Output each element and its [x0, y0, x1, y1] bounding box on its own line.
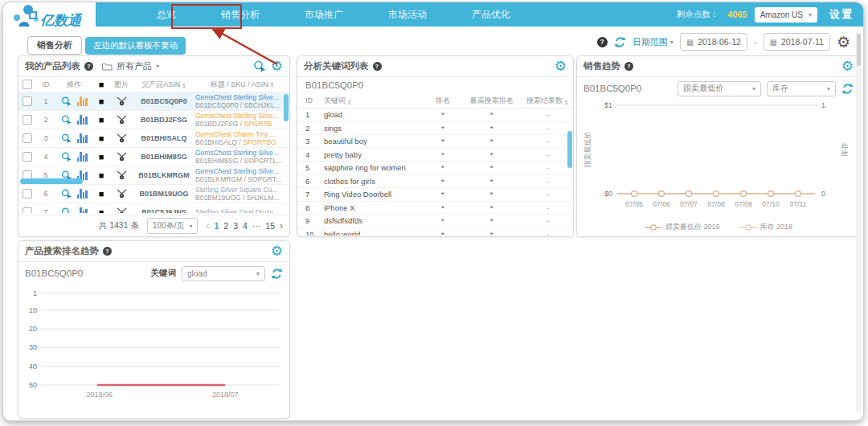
page-scrollbar[interactable] — [856, 31, 862, 412]
info-icon[interactable]: ? — [84, 62, 93, 71]
parent-asin[interactable]: B01BLKMRGM — [133, 171, 195, 179]
product-title[interactable]: GemsChest Charm Tiny ... — [195, 130, 289, 138]
keyword-cell[interactable]: pretty baby — [324, 150, 424, 159]
inspect-icon[interactable] — [61, 115, 72, 125]
date-range-dropdown[interactable]: 日期范围 ▾ — [633, 36, 674, 48]
nav-item-marketing[interactable]: 市场推广 — [282, 8, 366, 22]
row-checkbox[interactable] — [23, 189, 32, 199]
refresh-icon[interactable] — [614, 36, 626, 48]
chart-icon[interactable] — [77, 96, 88, 106]
inspect-icon[interactable] — [61, 207, 72, 214]
inspect-icon[interactable] — [61, 152, 72, 162]
product-title[interactable]: Sterling Silver Square Cu... — [195, 186, 289, 194]
col-keyword[interactable]: 关键词▲▼ — [324, 96, 424, 106]
chart-icon[interactable] — [77, 115, 88, 125]
keyword-select[interactable]: gload▾ — [182, 266, 265, 281]
product-title[interactable]: GemsChest Sterling Silve... — [195, 167, 289, 175]
page-number[interactable]: 15 — [265, 221, 275, 231]
settings-button[interactable]: 设置 — [829, 7, 854, 22]
nav-item-campaigns[interactable]: 市场活动 — [366, 8, 449, 22]
product-title[interactable]: GemsChest Sterling Silve... — [195, 93, 289, 101]
parent-asin[interactable]: B01BHIM8SG — [133, 153, 195, 161]
product-title[interactable]: GemsChest Sterling Silve... — [195, 149, 289, 157]
page-number[interactable]: ⋯ — [252, 221, 261, 231]
page-number[interactable]: 2 — [223, 221, 228, 231]
product-title[interactable]: GemsChest Sterling Silve... — [195, 112, 289, 120]
refresh-icon[interactable] — [841, 83, 854, 95]
table-row[interactable]: 4 ■ B01BHIM8SG GemsChest Sterling Silve.… — [18, 148, 289, 166]
vertical-scrollbar[interactable] — [284, 94, 289, 121]
page-number[interactable]: 1 — [214, 221, 219, 231]
inspect-icon[interactable] — [61, 189, 72, 199]
keyword-cell[interactable]: sings — [324, 124, 424, 133]
metric-select-price[interactable]: 跟卖最低价▾ — [678, 81, 761, 96]
tab-sales-analysis[interactable]: 销售分析 — [27, 36, 82, 55]
product-title[interactable]: Sterling Silver Oval Druzy ... — [195, 208, 289, 213]
page-number[interactable]: 3 — [233, 221, 238, 231]
prev-page-button[interactable]: ‹ — [206, 220, 209, 231]
gear-icon[interactable]: ⚙ — [555, 59, 567, 73]
gear-icon[interactable]: ⚙ — [271, 244, 283, 258]
legend-item[interactable]: 跟卖最低价 2018 — [645, 222, 720, 232]
col-results[interactable]: 搜索结果数▲▼ — [522, 96, 573, 106]
keyword-cell[interactable]: clothes for girls — [324, 177, 424, 186]
tab-default-board-note[interactable]: 左边的默认看板不要动 — [85, 37, 186, 55]
table-row[interactable]: 5 sapphire ring for women * * - — [297, 162, 573, 175]
metric-select-inventory[interactable]: 库存▾ — [767, 81, 836, 96]
page-size-select[interactable]: 100条/页 ▾ — [147, 218, 198, 234]
info-icon[interactable]: ? — [373, 62, 382, 71]
date-start-input[interactable]: ▦ 2018-06-12 — [680, 33, 747, 51]
table-row[interactable]: 1 ■ B01BC5Q0P0 GemsChest Sterling Silve.… — [18, 92, 289, 111]
row-checkbox[interactable] — [23, 207, 32, 213]
table-row[interactable]: 6 clothes for girls * * - — [297, 175, 573, 189]
next-page-button[interactable]: › — [280, 220, 283, 231]
gear-icon[interactable]: ⚙ — [271, 59, 283, 73]
table-row[interactable]: 10 hello world * * - — [297, 228, 573, 236]
gear-icon[interactable]: ⚙ — [837, 35, 850, 50]
row-checkbox[interactable] — [23, 152, 32, 162]
table-row[interactable]: 3 beautiful boy * * - — [297, 135, 573, 149]
col-title-sku-asin[interactable]: 标题 / SKU / ASIN▲▼ — [195, 80, 289, 88]
parent-asin[interactable]: B01BC5Q0P0 — [133, 97, 195, 105]
table-row[interactable]: 1 gload * * - — [297, 109, 573, 122]
table-row[interactable]: 7 Ring Video Doorbell * * - — [297, 188, 573, 202]
table-row[interactable]: 6 ■ B01BM19UOG Sterling Silver Square Cu… — [18, 185, 289, 203]
parent-asin[interactable]: B01BM19UOG — [133, 190, 195, 198]
inspect-icon[interactable] — [253, 60, 267, 73]
date-end-input[interactable]: ▦ 2018-07-11 — [764, 33, 830, 51]
table-row[interactable]: 4 pretty baby * * - — [297, 149, 573, 162]
select-all-checkbox[interactable] — [23, 80, 32, 89]
marketplace-select[interactable]: Amazon US ▾ — [755, 7, 817, 23]
table-row[interactable]: 9 dsfsdfsdfds * * - — [297, 215, 573, 228]
table-row[interactable]: 2 sings * * - — [297, 122, 573, 136]
table-row[interactable]: 7 ■ B01C5J9JNS Sterling Silver Oval Druz… — [18, 203, 289, 213]
row-checkbox[interactable] — [23, 133, 32, 143]
row-checkbox[interactable] — [23, 115, 32, 125]
row-checkbox[interactable] — [23, 96, 32, 106]
chart-icon[interactable] — [77, 152, 88, 162]
table-row[interactable]: 2 ■ B01BDJ2FSG GemsChest Sterling Silve.… — [18, 111, 289, 129]
parent-asin[interactable]: B01C5J9JNS — [133, 208, 195, 213]
inspect-icon[interactable] — [61, 96, 72, 107]
nav-item-product-opt[interactable]: 产品优化 — [449, 8, 533, 22]
keyword-cell[interactable]: gload — [324, 110, 424, 119]
info-icon[interactable]: ? — [103, 247, 112, 256]
keyword-cell[interactable]: beautiful boy — [324, 137, 424, 145]
keyword-cell[interactable]: sapphire ring for women — [324, 163, 424, 172]
chart-icon[interactable] — [77, 133, 88, 143]
col-parent-asin[interactable]: 父产品ASIN▲▼ — [133, 80, 195, 90]
chart-icon[interactable] — [77, 189, 88, 199]
keyword-cell[interactable]: dsfsdfsdfds — [324, 216, 424, 225]
keyword-cell[interactable]: iPhone X — [324, 203, 424, 212]
info-icon[interactable]: ? — [624, 62, 633, 71]
parent-asin[interactable]: B01BHISALQ — [133, 134, 195, 142]
vertical-scrollbar[interactable] — [567, 131, 572, 168]
col-id[interactable]: ID — [36, 80, 55, 88]
page-number[interactable]: 4 — [243, 221, 248, 231]
horizontal-scrollbar[interactable] — [20, 178, 83, 184]
table-row[interactable]: 3 ■ B01BHISALQ GemsChest Charm Tiny ... … — [18, 129, 289, 148]
keyword-cell[interactable]: Ring Video Doorbell — [324, 190, 424, 199]
inspect-icon[interactable] — [61, 133, 72, 144]
parent-asin[interactable]: B01BDJ2FSG — [133, 116, 195, 124]
info-icon[interactable]: ? — [597, 37, 608, 47]
